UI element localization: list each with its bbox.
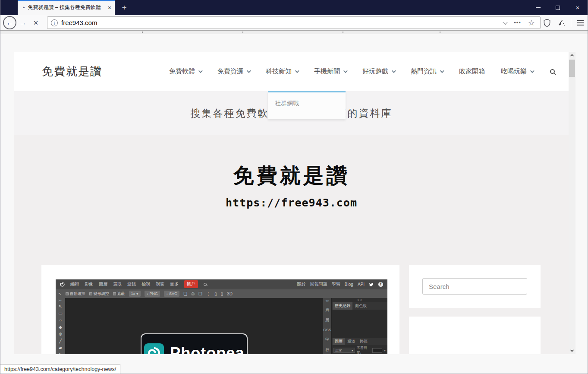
nav-label: 好玩遊戲 [362,67,388,76]
nav-item-mobile-news[interactable]: 手機新聞 [314,67,346,76]
pp-side-label: 行 [325,347,329,353]
chevron-up-icon [570,54,574,57]
browser-tab[interactable]: • 免費就是讚 – 搜集各種免費軟體 × [18,0,115,15]
photopea-logo-icon [144,343,164,354]
pp-options-bar: ↖ 自動選擇 變形調控 遮蔽 [56,289,387,298]
search-icon [550,69,555,74]
pp-side-label: 字 [325,337,329,342]
pp-tool-icon: ❏ [183,292,187,296]
shield-icon[interactable] [540,16,554,29]
broom-extension-icon[interactable] [554,16,569,29]
stop-button[interactable]: × [29,16,42,29]
pp-menu-item: 圖層 [99,281,107,287]
photopea-logo-icon [60,282,65,287]
search-input[interactable] [422,278,527,295]
nav-item-fun-games[interactable]: 好玩遊戲 [362,67,395,76]
artifact-tick [343,32,343,33]
pp-menu-item: 更多 [170,281,179,287]
nav-item-tech-news[interactable]: 科技新知 [266,67,298,76]
nav-item-eat-play[interactable]: 吃喝玩樂 [501,67,533,76]
scroll-up-button[interactable] [569,52,575,59]
pp-tab-paths: 路徑 [358,338,370,345]
chevron-down-icon [392,69,396,73]
url-bar[interactable]: i free943.com ••• ☆ [47,16,541,29]
maximize-icon [556,6,560,10]
pp-menu-item: 視窗 [156,281,164,287]
forward-button[interactable]: → [16,16,29,29]
scrollbar-thumb[interactable] [569,60,575,77]
checkbox-icon [113,292,116,295]
article-featured-image-photopea[interactable]: 編輯 影像 圖層 選取 濾鏡 檢視 視窗 更多 帳戶 關於 回報問題 學 [56,279,387,354]
chevron-down-icon [570,348,574,352]
pp-checkbox-autoselect: 自動選擇 [66,291,85,297]
close-button[interactable]: × [568,0,588,15]
pp-opacity-label: 不透明度: [357,345,371,354]
page-scrollbar[interactable] [569,52,575,354]
dropdown-item-social[interactable]: 社群網戰 [268,100,346,108]
nav-item-free-software[interactable]: 免費軟體 [169,67,201,76]
pp-side-label: CSS [323,328,331,332]
site-nav: 免費軟體 免費資源 科技新知 手機新聞 好玩遊戲 [169,52,555,91]
nav-item-hot-info[interactable]: 熱門資訊 [411,67,443,76]
scroll-down-button[interactable] [569,347,575,354]
pp-side-label: 資 [325,307,329,313]
pp-body: >< ↖ ▭ ○ ◆ ⊕ ╱ ▰ ✎ ⊥ ▾ [56,298,387,354]
pp-tool-icon: ▭ [58,311,62,316]
chevron-down-icon: ▾ [384,349,386,352]
chevron-down-icon [440,69,444,73]
new-tab-button[interactable]: + [118,0,131,15]
pp-opacity-value [372,348,382,353]
article-card[interactable]: 編輯 影像 圖層 選取 濾鏡 檢視 視窗 更多 帳戶 關於 回報問題 學 [41,265,399,354]
page-actions-icon[interactable]: ••• [514,19,521,26]
pp-tool-strip: >< ↖ ▭ ○ ◆ ⊕ ╱ ▰ ✎ ⊥ ▾ [56,298,65,354]
pp-menu-item: 關於 [297,281,306,287]
nav-item-free-resources[interactable]: 免費資源 [217,67,250,76]
window-controls: × [528,0,588,15]
pp-tool-icon: 3D [227,292,233,296]
pp-side-strip: <> 資 層 CSS 字 行 目 [323,298,331,354]
nav-label: 免費軟體 [169,67,195,76]
pp-blend-select: 正常 ▾ [333,348,355,353]
pp-menu-item: 選取 [113,281,122,287]
active-tab-stripe [18,0,115,1]
back-button[interactable]: ← [3,16,16,29]
pp-tool-icon: ⊕ [59,332,62,336]
site-header: 免費就是讚 免費軟體 免費資源 科技新知 手機新聞 [14,52,569,91]
pp-svg-button: ↓ SVG [164,291,179,297]
sidebar-search-card [409,265,541,308]
pp-checkbox-label: 遮蔽 [117,291,125,297]
hamburger-menu-icon[interactable] [573,16,588,29]
twitter-icon [369,282,374,287]
hero-title: 免費就是讚 [233,162,350,190]
artifact-tick [142,32,143,33]
bookmark-star-icon[interactable]: ☆ [528,18,535,28]
pp-tool-icon: ○ [59,318,62,323]
pp-menu-item: 濾鏡 [127,281,136,287]
artifact-tick [440,32,440,33]
minimize-button[interactable] [528,0,548,15]
site-search-button[interactable] [550,69,555,74]
site-info-icon[interactable]: i [51,19,58,26]
pp-panels: > < 歷史紀錄 顏色板 圖層 通道 路徑 [331,298,387,354]
nav-item-unboxing[interactable]: 敗家開箱 [459,67,485,76]
photopea-logo-box: Photopea [141,333,248,354]
pp-checkbox-transform: 變形調控 [89,291,109,297]
chevron-down-icon [247,69,251,73]
maximize-button[interactable] [548,0,568,15]
nav-label: 熱門資訊 [411,67,437,76]
hero-banner: 免費就是讚 https://free943.com [14,135,569,265]
url-text[interactable]: free943.com [61,19,503,26]
chevron-down-icon[interactable] [503,19,508,24]
sidebar-widget-card [409,317,541,354]
pp-checkbox-label: 變形調控 [94,291,109,297]
pp-tab-layers: 圖層 [333,338,345,345]
pp-cursor-icon: ↖ [58,292,62,296]
site-title[interactable]: 免費就是讚 [42,64,102,79]
tech-news-dropdown: 社群網戰 [268,91,346,119]
page-top-strip [0,31,588,34]
toolbar-separator [571,19,571,27]
chevron-down-icon: ▾ [352,349,353,352]
tab-close-icon[interactable]: × [108,4,111,11]
pp-collapse-icon: >< [58,299,63,302]
artifact-tick [242,32,243,33]
